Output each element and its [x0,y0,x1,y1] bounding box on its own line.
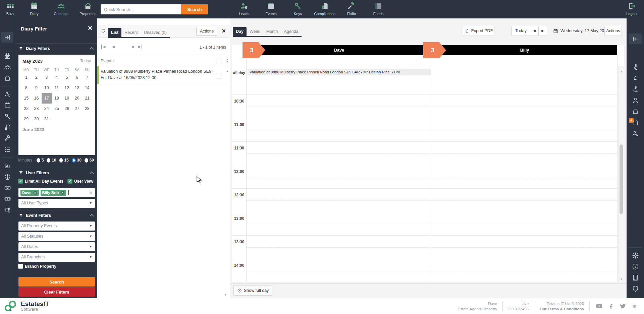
calendar-day[interactable]: 12 [62,83,72,93]
list-tab-unsaved-0[interactable]: Unsaved (0) [141,28,170,37]
time-row-13-30[interactable]: 13:30 [232,235,624,259]
calendar-day[interactable]: 16 [31,93,41,104]
minutes-radio-5[interactable] [37,158,40,163]
scroll-up-icon[interactable]: ▲ [619,70,624,73]
topbar-properties[interactable]: Properties [77,2,99,16]
calendar-day[interactable]: 7 [82,72,92,83]
linkedin-icon[interactable]: in [631,303,638,310]
column-count-arrow-icon[interactable]: 3 [423,42,446,58]
calendar-day[interactable]: 31 [42,114,52,124]
calendar-day[interactable]: 3 [42,72,52,83]
list-tab-recent[interactable]: Recent [121,28,141,37]
minutes-radio-30[interactable] [72,158,76,163]
sidebar-home[interactable] [627,106,644,117]
calendar-day[interactable]: 11 [52,83,62,93]
sidebar-key[interactable] [0,111,15,122]
calendar-scrollbar[interactable]: ▲ ▼ [618,66,624,282]
youtube-icon[interactable] [596,303,603,310]
terms-link[interactable]: Our Terms & Conditions [540,306,584,312]
all-day-event[interactable]: Valuation of 8888 Mulberry Place Pinnell… [248,69,431,75]
user-tags-input[interactable]: Dave✕Billy Bob✕✕ [18,188,95,197]
sidebar-lead-tag[interactable] [627,128,644,139]
mini-calendar-today-link[interactable]: Today [80,59,91,64]
today-button[interactable]: Today [512,26,530,36]
user-filters-section-header[interactable]: User Filters [15,168,97,178]
close-icon[interactable]: ✕ [88,24,93,32]
sidebar-banknote-alt[interactable] [0,193,15,204]
calendar-day[interactable]: 22 [21,104,31,114]
sidebar-walker[interactable] [627,62,644,73]
time-row-12-30[interactable]: 12:30 [232,188,624,212]
facebook-icon[interactable] [607,303,614,310]
select-all-checkbox[interactable] [216,59,221,64]
dropdown-all-branches[interactable]: All Branches▼ [18,253,95,262]
list-actions-button[interactable]: Actions [196,27,217,36]
calendar-day[interactable]: 18 [52,93,62,104]
pagination-first-icon[interactable]: ◀ [101,45,105,49]
event-list-item[interactable]: Valuation of 8888 Mulberry Place Pinnell… [97,66,230,84]
checkbox-limit-all-day-events[interactable]: ✓Limit All Day Events [18,179,63,184]
view-tab-month[interactable]: Month [263,27,281,36]
list-tab-list[interactable]: List [108,28,121,37]
topbar-fixflo[interactable]: Fixflo [338,2,365,16]
sidebar-lead-tag[interactable] [0,89,15,100]
sidebar-bar-chart[interactable] [0,160,15,171]
sidebar-collapse-pin[interactable] [1,32,13,43]
next-day-button[interactable]: ▶ [538,26,547,36]
minutes-radio-10[interactable] [47,158,50,163]
user-types-dropdown[interactable]: All User Types ▼ [18,199,95,208]
time-row-13-00[interactable]: 13:00 [232,212,624,235]
dropdown-all-dates[interactable]: All Dates▼ [18,242,95,251]
remove-tag-icon[interactable]: ✕ [33,191,37,195]
calendar-day[interactable]: 1 [21,72,31,83]
prev-day-button[interactable]: ◀ [530,26,539,36]
quick-search-button[interactable]: Search [181,4,208,14]
user-tag-billy-bob[interactable]: Billy Bob✕ [41,190,66,196]
clear-tags-icon[interactable]: ✕ [89,190,93,195]
sidebar-signpost[interactable] [0,171,15,182]
dropdown-all-statuses[interactable]: All Statuses▼ [18,232,95,241]
sidebar-calendar-alt[interactable] [0,100,15,111]
current-date[interactable]: Wednesday, 17 May 2023 [553,26,609,36]
calendar-day[interactable]: 5 [62,72,72,83]
column-count-arrow-icon[interactable]: 3 [243,42,265,58]
sidebar-calendar[interactable] [0,51,15,62]
export-pdf-button[interactable]: Export PDF [463,26,494,36]
calendar-day[interactable]: 27 [72,104,82,114]
time-row-10-30[interactable]: 10:30 [232,95,624,118]
sidebar-list[interactable] [0,144,15,155]
time-row-12-00[interactable]: 12:00 [232,165,624,188]
time-row-11-30[interactable]: 11:30 [232,141,624,165]
calendar-day[interactable]: 25 [52,104,62,114]
topbar-contacts[interactable]: Contacts [50,2,72,16]
calendar-day[interactable]: 29 [21,114,31,124]
scrollbar-thumb[interactable] [620,144,623,214]
scroll-down-icon[interactable]: ▼ [224,293,227,296]
sidebar-certificate[interactable] [0,122,15,133]
sidebar-banknote[interactable] [0,182,15,193]
topbar-feeds[interactable]: Feeds [365,2,392,16]
calendar-day-selected[interactable]: 17 [42,93,52,104]
view-tab-week[interactable]: Week [247,27,263,36]
topbar-events[interactable]: Events [258,2,284,16]
minutes-radio-60[interactable] [85,158,88,163]
sort-arrows-icon[interactable]: ▲▼ [226,58,228,63]
calendar-actions-button[interactable]: Actions [604,26,622,36]
sidebar-pound[interactable]: £ [627,73,644,84]
topbar-compliances[interactable]: Compliances [311,2,338,16]
pagination-next-icon[interactable]: ▶ [132,45,135,49]
calendar-day[interactable]: 26 [62,104,72,114]
sidebar-house-person[interactable] [0,204,15,215]
scroll-down-icon[interactable]: ▼ [619,278,624,281]
calendar-day[interactable]: 2 [31,72,41,83]
minutes-radio-15[interactable] [59,158,63,163]
calendar-day[interactable]: 9 [31,83,41,93]
pagination-prev-icon[interactable]: ◀ [112,45,115,49]
user-tag-dave[interactable]: Dave✕ [20,190,39,196]
calendar-day[interactable]: 21 [82,93,92,104]
twitter-icon[interactable] [619,303,626,310]
calendar-day[interactable]: 28 [82,104,92,114]
calendar-day[interactable]: 20 [72,93,82,104]
sidebar-help[interactable]: ? [627,261,644,272]
calendar-day[interactable]: 13 [72,83,82,93]
